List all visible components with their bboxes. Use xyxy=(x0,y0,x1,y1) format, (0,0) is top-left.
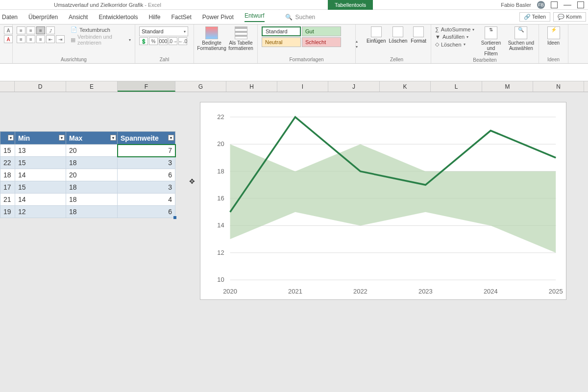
tab-entwicklertools[interactable]: Entwicklertools xyxy=(98,14,138,21)
table-cell[interactable]: 18 xyxy=(66,194,118,206)
tab-ueberpruefen[interactable]: Überprüfen xyxy=(28,14,58,21)
column-headers[interactable]: DEFGHIJKLMN xyxy=(0,81,588,92)
tab-ansicht[interactable]: Ansicht xyxy=(69,14,88,21)
table-cell[interactable]: 7 xyxy=(118,145,175,157)
table-cell[interactable]: 3 xyxy=(118,181,175,194)
column-header-J[interactable]: J xyxy=(328,81,380,92)
comments-button[interactable]: 💬 Komm xyxy=(553,12,586,22)
table-header[interactable]: ▾ xyxy=(0,132,15,145)
column-header-L[interactable]: L xyxy=(431,81,482,92)
table-cell[interactable]: 3 xyxy=(118,157,175,169)
tab-powerpivot[interactable]: Power Pivot xyxy=(202,14,234,21)
styles-scroll-down-icon[interactable]: ▾ xyxy=(356,45,363,49)
accounting-icon[interactable]: 💲 xyxy=(139,37,148,45)
font-color-icon[interactable]: A xyxy=(4,35,13,43)
column-header-E[interactable]: E xyxy=(66,81,118,92)
styles-scroll-up-icon[interactable]: ▴ xyxy=(356,39,363,44)
percent-icon[interactable]: % xyxy=(149,37,158,45)
table-cell[interactable]: 21 xyxy=(0,194,15,206)
avatar[interactable]: FB xyxy=(537,1,545,9)
align-top-icon[interactable]: ≡ xyxy=(17,26,25,34)
table-cell[interactable]: 6 xyxy=(118,169,175,181)
find-select-button[interactable]: 🔍Suchen und Auswählen xyxy=(508,26,535,56)
insert-cells-button[interactable]: Einfügen xyxy=(367,26,386,56)
minimize-icon[interactable]: — xyxy=(564,0,571,9)
column-header-D[interactable]: D xyxy=(15,81,66,92)
align-center-icon[interactable]: ≡ xyxy=(26,35,35,43)
table-cell[interactable]: 12 xyxy=(15,206,66,218)
search-box[interactable]: 🔍 Suchen xyxy=(285,14,316,21)
clear-button[interactable]: ◇ Löschen ▾ xyxy=(435,41,474,48)
table-cell[interactable]: 14 xyxy=(15,194,66,206)
autosum-button[interactable]: ∑ AutoSumme ▾ xyxy=(435,26,474,32)
table-cell[interactable]: 15 xyxy=(0,145,15,157)
align-middle-icon[interactable]: ≡ xyxy=(26,26,35,34)
maximize-icon[interactable] xyxy=(577,1,584,8)
tab-hilfe[interactable]: Hilfe xyxy=(148,14,160,21)
table-header[interactable]: Spannweite▾ xyxy=(118,132,175,145)
table-cell[interactable]: 18 xyxy=(0,169,15,181)
table-cell[interactable]: 13 xyxy=(15,145,66,157)
table-cell[interactable]: 18 xyxy=(66,157,118,169)
indent-increase-icon[interactable]: ⇥ xyxy=(56,35,65,43)
style-standard[interactable]: Standard xyxy=(262,26,301,36)
conditional-formatting-button[interactable]: Bedingte Formatierung xyxy=(198,26,225,62)
tab-daten[interactable]: Daten xyxy=(2,14,18,21)
table-cell[interactable]: 18 xyxy=(66,181,118,194)
data-table[interactable]: ▾Min▾Max▾Spannweite▾15132072215183181420… xyxy=(0,131,175,218)
style-neutral[interactable]: Neutral xyxy=(262,37,301,47)
sort-filter-button[interactable]: ⇅Sortieren und Filtern xyxy=(477,26,504,56)
tab-entwurf[interactable]: Entwurf xyxy=(245,12,265,22)
format-as-table-button[interactable]: Als Tabelle formatieren xyxy=(228,26,253,62)
number-format-combo[interactable]: Standard▾ xyxy=(139,26,188,36)
chart[interactable]: 10121416182022202020212022202320242025 xyxy=(200,102,566,300)
worksheet[interactable]: ▾Min▾Max▾Spannweite▾15132072215183181420… xyxy=(0,92,588,392)
table-cell[interactable]: 20 xyxy=(66,169,118,181)
dec-decimal-icon[interactable]: ←.0 xyxy=(178,37,187,45)
table-cell[interactable]: 14 xyxy=(15,169,66,181)
ideas-button[interactable]: ⚡Ideen xyxy=(543,26,564,56)
inc-decimal-icon[interactable]: .0→ xyxy=(169,37,177,45)
indent-decrease-icon[interactable]: ⇤ xyxy=(46,35,55,43)
column-header-I[interactable]: I xyxy=(277,81,328,92)
style-schlecht[interactable]: Schlecht xyxy=(302,37,341,47)
table-cell[interactable]: 20 xyxy=(66,145,118,157)
wrap-text-button[interactable]: 📄Textumbruch xyxy=(71,26,131,33)
comma-icon[interactable]: 000 xyxy=(159,37,168,45)
table-header[interactable]: Max▾ xyxy=(66,132,118,145)
merge-button[interactable]: ▦ Verbinden und zentrieren ▾ xyxy=(71,34,131,46)
table-cell[interactable]: 19 xyxy=(0,206,15,218)
fill-button[interactable]: ▼ Ausfüllen ▾ xyxy=(435,34,474,40)
align-left-icon[interactable]: ≡ xyxy=(17,35,25,43)
window-mode-icon[interactable] xyxy=(551,1,558,8)
column-header-K[interactable]: K xyxy=(380,81,431,92)
table-cell[interactable]: 15 xyxy=(15,157,66,169)
formula-bar-area[interactable] xyxy=(0,64,588,81)
column-header-G[interactable]: G xyxy=(175,81,226,92)
filter-dropdown-icon[interactable]: ▾ xyxy=(168,135,174,141)
table-cell[interactable]: 6 xyxy=(118,206,175,218)
align-bottom-icon[interactable]: ≡ xyxy=(36,26,45,34)
style-gut[interactable]: Gut xyxy=(302,26,341,36)
column-header-M[interactable]: M xyxy=(482,81,533,92)
filter-dropdown-icon[interactable]: ▾ xyxy=(8,135,14,141)
table-resize-handle[interactable] xyxy=(173,216,176,219)
share-button[interactable]: 🔗 Teilen xyxy=(519,12,551,22)
table-cell[interactable]: 17 xyxy=(0,181,15,194)
align-right-icon[interactable]: ≡ xyxy=(36,35,45,43)
column-header-N[interactable]: N xyxy=(533,81,584,92)
table-cell[interactable]: 15 xyxy=(15,181,66,194)
font-grow-icon[interactable]: A xyxy=(4,26,13,34)
filter-dropdown-icon[interactable]: ▾ xyxy=(110,135,116,141)
column-header-H[interactable]: H xyxy=(226,81,277,92)
delete-cells-button[interactable]: Löschen xyxy=(389,26,407,56)
table-header[interactable]: Min▾ xyxy=(15,132,66,145)
tab-factset[interactable]: FactSet xyxy=(171,14,191,21)
orientation-icon[interactable]: ⭜ xyxy=(46,26,55,34)
table-cell[interactable]: 18 xyxy=(66,206,118,218)
column-header-F[interactable]: F xyxy=(118,81,175,92)
filter-dropdown-icon[interactable]: ▾ xyxy=(59,135,65,141)
format-cells-button[interactable]: Format xyxy=(410,26,427,56)
table-cell[interactable]: 22 xyxy=(0,157,15,169)
table-cell[interactable]: 4 xyxy=(118,194,175,206)
